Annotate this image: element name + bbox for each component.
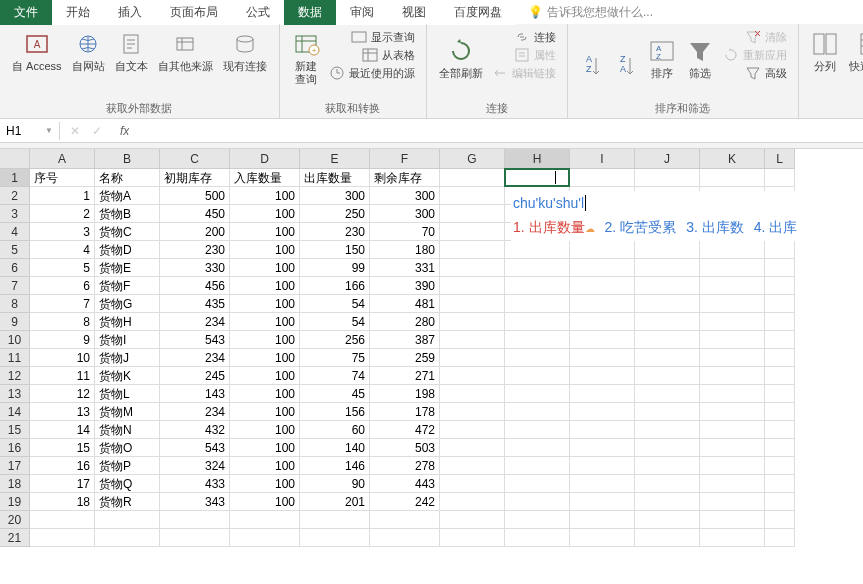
cell[interactable]: 100 — [230, 439, 300, 457]
cell[interactable]: 100 — [230, 457, 300, 475]
cell[interactable] — [765, 277, 795, 295]
row-header[interactable]: 7 — [0, 277, 30, 295]
cell[interactable] — [440, 367, 505, 385]
cell[interactable] — [635, 349, 700, 367]
cell[interactable] — [505, 277, 570, 295]
cell[interactable] — [765, 367, 795, 385]
from-access-button[interactable]: A自 Access — [8, 28, 66, 75]
col-header[interactable]: C — [160, 149, 230, 169]
cell[interactable] — [505, 259, 570, 277]
cell[interactable] — [570, 511, 635, 529]
cell[interactable]: 230 — [160, 241, 230, 259]
cell[interactable]: 100 — [230, 475, 300, 493]
col-header[interactable]: H — [505, 149, 570, 169]
cell[interactable]: 234 — [160, 349, 230, 367]
cell[interactable] — [300, 529, 370, 547]
cell[interactable] — [765, 511, 795, 529]
cell[interactable] — [700, 385, 765, 403]
name-box[interactable]: H1 ▼ — [0, 122, 60, 140]
menu-tab-6[interactable]: 审阅 — [336, 0, 388, 25]
cell[interactable]: 4 — [30, 241, 95, 259]
advanced-button[interactable]: 高级 — [720, 64, 790, 82]
cell[interactable] — [30, 511, 95, 529]
col-header[interactable]: E — [300, 149, 370, 169]
cell[interactable] — [505, 529, 570, 547]
cell[interactable]: 1 — [30, 187, 95, 205]
cell[interactable]: 481 — [370, 295, 440, 313]
select-all-corner[interactable] — [0, 149, 30, 169]
cell[interactable] — [765, 259, 795, 277]
cell[interactable] — [440, 331, 505, 349]
row-header[interactable]: 17 — [0, 457, 30, 475]
cell[interactable]: 14 — [30, 421, 95, 439]
cell[interactable] — [635, 241, 700, 259]
col-header[interactable]: G — [440, 149, 505, 169]
row-header[interactable]: 6 — [0, 259, 30, 277]
from-other-button[interactable]: 自其他来源 — [154, 28, 217, 75]
cell[interactable] — [440, 241, 505, 259]
menu-tab-2[interactable]: 插入 — [104, 0, 156, 25]
cell[interactable] — [505, 295, 570, 313]
reapply-button[interactable]: 重新应用 — [720, 46, 790, 64]
cell[interactable] — [765, 349, 795, 367]
cell[interactable]: 剩余库存 — [370, 169, 440, 187]
menu-tab-0[interactable]: 文件 — [0, 0, 52, 25]
cell[interactable]: 100 — [230, 313, 300, 331]
row-header[interactable]: 3 — [0, 205, 30, 223]
cell[interactable] — [635, 421, 700, 439]
confirm-icon[interactable]: ✓ — [92, 124, 102, 138]
cell[interactable] — [635, 511, 700, 529]
cell[interactable] — [505, 439, 570, 457]
cell[interactable] — [570, 277, 635, 295]
cell[interactable]: 90 — [300, 475, 370, 493]
cell[interactable] — [570, 313, 635, 331]
cell[interactable] — [440, 421, 505, 439]
row-header[interactable]: 13 — [0, 385, 30, 403]
properties-button[interactable]: 属性 — [489, 46, 559, 64]
cell[interactable]: 70 — [370, 223, 440, 241]
cell[interactable]: 货物B — [95, 205, 160, 223]
cell[interactable]: 60 — [300, 421, 370, 439]
cell[interactable] — [700, 331, 765, 349]
ime-candidate[interactable]: 3. 出库数 — [686, 219, 744, 237]
cell[interactable] — [635, 439, 700, 457]
cell[interactable] — [700, 529, 765, 547]
ime-popup[interactable]: chu'ku'shu'l 1. 出库数量☁2. 吃苦受累3. 出库数4. 出库 — [511, 191, 799, 241]
cell[interactable]: 11 — [30, 367, 95, 385]
cell[interactable] — [765, 313, 795, 331]
cell[interactable]: 货物R — [95, 493, 160, 511]
cell[interactable] — [570, 475, 635, 493]
cell[interactable] — [700, 241, 765, 259]
cell[interactable]: 18 — [30, 493, 95, 511]
cell[interactable]: 100 — [230, 241, 300, 259]
cell[interactable]: 100 — [230, 277, 300, 295]
cell[interactable] — [570, 493, 635, 511]
cell[interactable]: 456 — [160, 277, 230, 295]
cell[interactable]: 300 — [370, 187, 440, 205]
cell[interactable]: 货物E — [95, 259, 160, 277]
cell[interactable] — [570, 259, 635, 277]
cell[interactable]: 331 — [370, 259, 440, 277]
cell[interactable] — [440, 187, 505, 205]
cell[interactable] — [765, 331, 795, 349]
cell[interactable] — [95, 529, 160, 547]
cell[interactable]: 9 — [30, 331, 95, 349]
cell[interactable]: 货物H — [95, 313, 160, 331]
cell[interactable] — [700, 295, 765, 313]
col-header[interactable]: I — [570, 149, 635, 169]
cell[interactable]: 3 — [30, 223, 95, 241]
cell[interactable] — [440, 475, 505, 493]
cell[interactable]: 433 — [160, 475, 230, 493]
cell[interactable] — [635, 385, 700, 403]
cell[interactable] — [700, 367, 765, 385]
cell[interactable]: 17 — [30, 475, 95, 493]
cell[interactable]: 100 — [230, 187, 300, 205]
formula-input[interactable] — [129, 121, 863, 140]
cell[interactable] — [370, 529, 440, 547]
row-header[interactable]: 14 — [0, 403, 30, 421]
cell[interactable] — [635, 295, 700, 313]
cell[interactable]: 出库数量 — [300, 169, 370, 187]
from-text-button[interactable]: 自文本 — [111, 28, 152, 75]
cell[interactable] — [765, 295, 795, 313]
cell[interactable]: 330 — [160, 259, 230, 277]
